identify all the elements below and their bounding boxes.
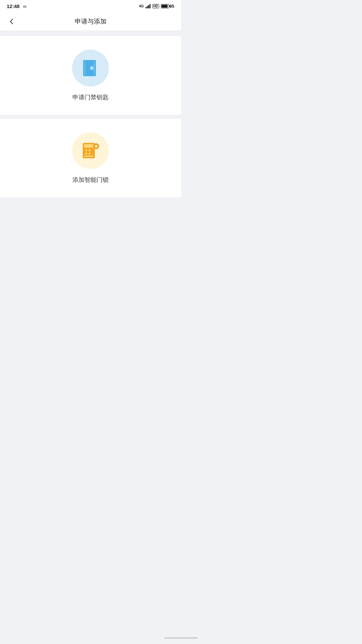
svg-rect-15	[96, 145, 97, 148]
main-content: 申请门禁钥匙 添加智能门锁	[0, 31, 181, 203]
hd-badge: HD	[152, 4, 159, 8]
add-lock-label: 添加智能门锁	[72, 176, 109, 184]
status-bar: 12:48 ∞ 4G HD 95	[0, 0, 181, 12]
back-arrow-icon	[10, 18, 16, 24]
battery-fill	[162, 5, 168, 8]
svg-point-10	[88, 149, 90, 151]
apply-key-icon-circle	[72, 50, 109, 87]
status-time: 12:48	[7, 3, 19, 9]
battery-icon	[161, 4, 169, 8]
add-lock-icon-circle	[72, 132, 109, 169]
svg-point-11	[85, 153, 87, 155]
signal-bar-1	[145, 7, 146, 8]
battery-percent: 95	[170, 4, 174, 9]
signal-icon	[145, 4, 150, 8]
svg-point-12	[88, 153, 90, 155]
status-infinity: ∞	[23, 3, 26, 9]
svg-rect-6	[92, 68, 92, 69]
svg-point-9	[85, 149, 87, 151]
svg-rect-16	[84, 156, 94, 157]
nav-bar: 申请与添加	[0, 12, 181, 31]
battery-container: 95	[161, 4, 174, 9]
status-left: 12:48 ∞	[7, 3, 26, 9]
back-button[interactable]	[7, 15, 19, 28]
smart-lock-icon	[80, 140, 101, 161]
signal-bar-4	[149, 4, 150, 8]
signal-text: 4G	[139, 4, 144, 8]
page-title: 申请与添加	[75, 17, 107, 26]
add-lock-card[interactable]: 添加智能门锁	[0, 119, 181, 197]
signal-bar-3	[148, 5, 149, 8]
door-lock-icon	[80, 58, 101, 78]
status-right: 4G HD 95	[139, 4, 174, 9]
apply-key-card[interactable]: 申请门禁钥匙	[0, 36, 181, 115]
apply-key-label: 申请门禁钥匙	[72, 93, 109, 101]
signal-bar-2	[147, 6, 148, 8]
svg-rect-8	[84, 144, 94, 148]
